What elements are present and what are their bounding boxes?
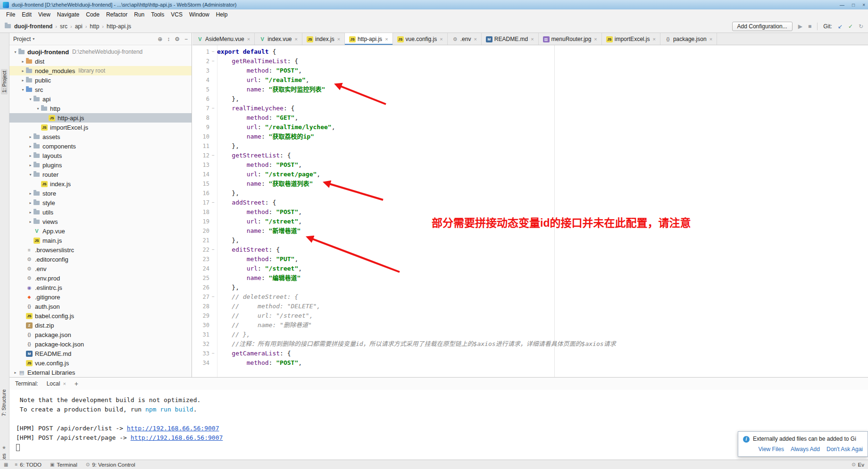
tab-package.json[interactable]: {}package.json×	[660, 33, 717, 45]
close-icon[interactable]: ×	[652, 36, 655, 42]
chevron-right-icon[interactable]: ▸	[27, 135, 33, 139]
close-icon[interactable]: ×	[385, 36, 388, 42]
menu-item-vcs[interactable]: VCS	[167, 10, 186, 19]
code-area[interactable]: 1−export default {2− getRealTimeList: {3…	[192, 45, 868, 368]
quick-access-icon[interactable]: ▦	[4, 462, 8, 467]
tree-item-.env[interactable]: ⚙.env	[9, 264, 192, 273]
chevron-right-icon[interactable]: ▸	[27, 144, 33, 148]
chevron-right-icon[interactable]: ▸	[27, 191, 33, 196]
chevron-right-icon[interactable]: ▸	[20, 59, 26, 64]
terminal-link[interactable]: http://192.168.66.56:9007	[131, 434, 223, 441]
tree-item-assets[interactable]: ▸assets	[9, 132, 192, 141]
tree-item-babel.config.js[interactable]: JSbabel.config.js	[9, 311, 192, 321]
tree-item-package.json[interactable]: {}package.json	[9, 330, 192, 339]
breadcrumb-item[interactable]: duoji-frontend	[13, 23, 53, 30]
tree-item-utils[interactable]: ▸utils	[9, 207, 192, 217]
statusbar-item-terminal[interactable]: ▣Terminal	[50, 462, 77, 468]
commit-icon[interactable]: ✓	[848, 23, 853, 30]
tree-item-.browserslistrc[interactable]: ≡.browserslistrc	[9, 245, 192, 255]
tab-.env[interactable]: ⚙.env×	[448, 33, 482, 45]
menu-item-navigate[interactable]: Navigate	[54, 10, 83, 19]
close-icon[interactable]: ×	[594, 36, 597, 42]
tab-http-api.js[interactable]: JShttp-api.js×	[345, 33, 392, 45]
new-terminal-button[interactable]: +	[75, 380, 78, 387]
collapse-all-icon[interactable]: ↕	[167, 36, 170, 42]
tree-item-.env.prod[interactable]: ⚙.env.prod	[9, 273, 192, 283]
menu-item-code[interactable]: Code	[83, 10, 103, 19]
tree-item-store[interactable]: ▸store	[9, 189, 192, 198]
menu-item-run[interactable]: Run	[131, 10, 148, 19]
chevron-right-icon[interactable]: ▸	[27, 163, 33, 167]
tree-item-http-api.js[interactable]: JShttp-api.js	[9, 113, 192, 123]
tree-item-components[interactable]: ▸components	[9, 141, 192, 151]
tree-item-api[interactable]: ▾api	[9, 94, 192, 104]
tree-item-style[interactable]: ▸style	[9, 198, 192, 207]
menu-item-help[interactable]: Help	[213, 10, 231, 19]
tree-item-README.md[interactable]: MREADME.md	[9, 349, 192, 358]
tab-menuRouter.jpg[interactable]: ▨menuRouter.jpg×	[539, 33, 602, 45]
close-icon[interactable]: ×	[63, 381, 66, 387]
notification-action[interactable]: Always Add	[791, 446, 820, 453]
chevron-right-icon[interactable]: ▸	[27, 201, 33, 205]
chevron-right-icon[interactable]: ▸	[20, 78, 26, 82]
chevron-right-icon[interactable]: ▸	[20, 69, 26, 73]
settings-gear-icon[interactable]: ⚙	[175, 36, 180, 42]
menu-item-edit[interactable]: Edit	[18, 10, 35, 19]
tree-item-dist[interactable]: ▸dist	[9, 57, 192, 66]
window-close-icon[interactable]: ×	[862, 2, 865, 8]
close-icon[interactable]: ×	[440, 36, 442, 42]
notification-action[interactable]: View Files	[758, 446, 784, 453]
statusbar-item-9-version-control[interactable]: ⊙9: Version Control	[86, 462, 135, 468]
minimize-icon[interactable]: —	[840, 2, 844, 8]
tab-AsideMenu.vue[interactable]: VAsideMenu.vue×	[192, 33, 255, 45]
maximize-icon[interactable]: □	[852, 2, 855, 8]
chevron-right-icon[interactable]: ▸	[27, 210, 33, 214]
update-project-icon[interactable]: ↙	[838, 23, 843, 30]
tree-item-public[interactable]: ▸public	[9, 75, 192, 85]
tree-item-.eslintrc.js[interactable]: ◉.eslintrc.js	[9, 283, 192, 292]
tree-item-views[interactable]: ▸views	[9, 217, 192, 226]
menu-item-file[interactable]: File	[3, 10, 18, 19]
close-icon[interactable]: ×	[247, 36, 250, 42]
chevron-down-icon[interactable]: ▾	[12, 50, 18, 54]
tab-index.js[interactable]: JSindex.js×	[302, 33, 345, 45]
tab-importExcel.js[interactable]: JSimportExcel.js×	[602, 33, 660, 45]
editor[interactable]: 1−export default {2− getRealTimeList: {3…	[192, 45, 868, 377]
breadcrumb-item[interactable]: api	[74, 23, 83, 30]
chevron-right-icon[interactable]: ▸	[27, 220, 33, 224]
terminal-cursor[interactable]	[16, 444, 20, 451]
menu-item-tools[interactable]: Tools	[148, 10, 167, 19]
locate-file-icon[interactable]: ⊕	[158, 36, 162, 42]
tool-stripe-project[interactable]: 1: Project	[1, 69, 8, 94]
close-icon[interactable]: ×	[474, 36, 476, 42]
tree-item-External Libraries[interactable]: ▸▤External Libraries	[9, 368, 192, 377]
history-icon[interactable]: ↻	[859, 23, 863, 30]
menu-item-refactor[interactable]: Refactor	[103, 10, 131, 19]
tree-item-.editorconfig[interactable]: ⚙.editorconfig	[9, 255, 192, 264]
tree-item-importExcel.js[interactable]: JSimportExcel.js	[9, 123, 192, 132]
tree-item-.gitignore[interactable]: ◆.gitignore	[9, 292, 192, 302]
terminal-link[interactable]: http://192.168.66.56:9007	[127, 425, 219, 432]
breadcrumb-item[interactable]: http-api.js	[106, 23, 132, 30]
hide-panel-icon[interactable]: −	[184, 36, 188, 42]
tree-item-node_modules[interactable]: ▸node_moduleslibrary root	[9, 66, 192, 75]
tree-item-index.js[interactable]: JSindex.js	[9, 179, 192, 189]
event-log-item[interactable]: ⊙ Ev	[851, 462, 864, 468]
chevron-down-icon[interactable]: ▾	[35, 107, 41, 111]
tree-item-http[interactable]: ▾http	[9, 104, 192, 113]
chevron-down-icon[interactable]: ▾	[27, 97, 33, 101]
tree-item-src[interactable]: ▾src	[9, 85, 192, 94]
terminal-tab-local[interactable]: Local ×	[43, 379, 70, 388]
close-icon[interactable]: ×	[337, 36, 340, 42]
tree-item-layouts[interactable]: ▸layouts	[9, 151, 192, 160]
close-icon[interactable]: ×	[295, 36, 298, 42]
notification-action[interactable]: Don't Ask Agai	[826, 446, 863, 453]
tree-item-App.vue[interactable]: VApp.vue	[9, 226, 192, 236]
chevron-right-icon[interactable]: ▸	[27, 154, 33, 158]
tree-item-auth.json[interactable]: {}auth.json	[9, 302, 192, 311]
tool-stripe-structure[interactable]: 7: Structure	[1, 389, 7, 416]
statusbar-item-6-todo[interactable]: ≡6: TODO	[15, 462, 41, 468]
tab-index.vue[interactable]: Vindex.vue×	[255, 33, 302, 45]
chevron-down-icon[interactable]: ▾	[33, 37, 34, 41]
menu-item-window[interactable]: Window	[186, 10, 213, 19]
